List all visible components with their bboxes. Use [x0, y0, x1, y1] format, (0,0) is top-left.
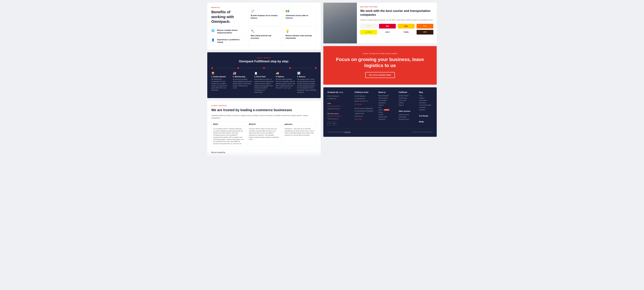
footer-fc-addr3: docks 2-10 and 70-72 [354, 100, 375, 102]
focus-tag: START SAVING ON YOUR FULFILLMENT [327, 53, 433, 54]
footer-link-warehousing[interactable]: Warehousing [399, 97, 416, 99]
delivery-tag: DELIVERY OPTIONS [360, 6, 433, 8]
footer-fc-addr1: 05-830 Nadarzyn [354, 95, 375, 97]
svg-rect-7 [341, 32, 347, 42]
hiw-step-2: 📋 3. Pick & Pack After receiving an orde… [254, 72, 274, 93]
footer-fc-addr5: ul. Szczecińska 65 (Panattoni [354, 110, 375, 112]
footer-fc-see-map-1[interactable]: See a map [354, 103, 375, 105]
footer-link-goods-inbound[interactable]: Goods Inbound [399, 95, 416, 97]
benefit-card-text-0: W pełni skupiasz się na rozwoju biznesu [251, 14, 279, 19]
delivery-section: DELIVERY OPTIONS We work with the best c… [323, 3, 437, 43]
footer-link-faq[interactable]: FAQ [378, 107, 395, 108]
delivery-content: DELIVERY OPTIONS We work with the best c… [357, 3, 437, 43]
footer-link-client-success[interactable]: Client Success [378, 97, 395, 99]
footer-link-omnipack[interactable]: Omnipack [419, 107, 433, 108]
hiw-step-icon-4: ↩️ [297, 72, 317, 75]
footer-sales-label: Sales [327, 102, 351, 105]
footer-agency-link[interactable]: Webskillar [344, 131, 350, 133]
footer-link-pick-pack[interactable]: Pick & Pack [399, 100, 416, 101]
footer-link-integrations[interactable]: Integrations [378, 102, 395, 104]
footer-support-email[interactable]: support@omnipack.io [327, 115, 351, 117]
footer-section: Omnipack Sp. z o.o. 00-844 Warszawa ul. … [323, 87, 437, 137]
courier-person-image [323, 3, 357, 43]
hiw-step-desc-2: After receiving an order, we collect war… [254, 78, 274, 93]
footer-sales-phone: +48 22 XXX XX XX [327, 108, 351, 110]
footer-company-name: Omnipack Sp. z o.o. [327, 91, 351, 93]
footer-link-delivery[interactable]: Delivery [399, 102, 416, 104]
hiw-dot-4 [289, 67, 291, 69]
footer-link-returns[interactable]: Returns [399, 104, 416, 106]
footer-link-privacy[interactable]: Privacy Policy [378, 116, 395, 118]
hiw-dot-3 [263, 67, 265, 69]
carrier-suus: SUUS [416, 24, 433, 28]
footer-fc-see-map-2[interactable]: See a map [354, 118, 375, 120]
hiw-step-num-1: 2. Warehousing [233, 76, 252, 78]
footer-link-cross-border[interactable]: Cross-border sales [419, 104, 433, 106]
footer-link-ecommerce[interactable]: eCommerce [419, 100, 433, 101]
facebook-icon[interactable]: f [327, 122, 331, 125]
footer-other-title: Other services [399, 110, 416, 112]
footer-link-impressum[interactable]: Impressum [378, 118, 395, 120]
hiw-step-icon-1: 🏭 [233, 72, 252, 75]
hiw-steps: 📦 1. Goods inbound We organize the trans… [211, 72, 317, 93]
footer-freebooks-title: Free Books [419, 115, 433, 117]
benefit-card-icon-3: 💡 [286, 29, 314, 33]
cs-desc: Integracja platformy Shopify z systemem … [211, 114, 317, 119]
footer-support-label: Merchant support [327, 112, 351, 115]
benefit-card-text-1: Zamieniasz koszty stałe na zmienne [286, 14, 314, 19]
svg-rect-4 [328, 19, 334, 31]
right-column: DELIVERY OPTIONS We work with the best c… [323, 3, 437, 157]
footer-fc-addr7: docks 45-48 [354, 115, 375, 117]
benefit-item-rotation: 👤 Zapominasz o problemie z rotacją [211, 36, 245, 46]
hiw-dot-2 [237, 67, 239, 69]
delivery-image [323, 3, 357, 43]
footer-link-sell-globally[interactable]: Sell globally [399, 116, 416, 118]
footer-designed-by: Designed and developed by Webskillar [327, 131, 350, 133]
carrier-inpost: InPost [360, 24, 377, 28]
linkedin-icon[interactable]: in [332, 122, 336, 125]
footer-link-merchant-portal[interactable]: Merchant Portal [399, 118, 416, 120]
footer-link-benefits[interactable]: Your benefits [378, 100, 395, 101]
footer-col-about: About us Why Omnipack? Client Success Yo… [378, 91, 395, 125]
person-icon: 👤 [211, 38, 215, 42]
footer-link-news[interactable]: News [419, 95, 433, 97]
cs-quote-1: This year's Black Friday in Muscat went … [249, 128, 279, 141]
footer-link-merchants[interactable]: Merchants [419, 102, 433, 104]
carrier-grid: InPost dpd DHL SUUS LA POSTE ●GLS FedEx … [360, 24, 433, 34]
footer-fc-addr4: 66-400 Gorzów Wielkopolski [354, 107, 375, 110]
footer-link-logistics[interactable]: Logistics [419, 97, 433, 99]
hiw-step-num-4: 5. Returns [297, 76, 317, 78]
courier-svg [323, 3, 357, 43]
client-success-section: CLIENT SUCCESS We are trusted by leading… [207, 101, 321, 157]
footer-sales-email[interactable]: kontakt@omnipack.io [327, 105, 351, 107]
footer-link-why[interactable]: Why Omnipack? [378, 95, 395, 97]
carrier-gls: ●GLS [379, 30, 396, 34]
footer-col-fulfillment-center: Fulfillment center 05-830 Nadarzyn ul. K… [354, 91, 375, 125]
how-it-works-section: HOW IT WORKS? Omnipack Fulfillment step … [207, 52, 321, 98]
footer-link-contact[interactable]: Contact [378, 114, 395, 115]
benefit-card-3: 💡 Możesz wdrażać nowe pomysły natychmias… [283, 27, 317, 46]
benefit-card-icon-0: 📈 [251, 9, 279, 13]
footer-social: f in [327, 122, 351, 125]
focus-cta-button[interactable]: Get a free estimate today [365, 72, 394, 78]
benefit-card-1: 💵 Zamieniasz koszty stałe na zmienne [283, 7, 317, 25]
footer-link-partners[interactable]: Partners [378, 104, 395, 106]
hiw-dot-5 [315, 67, 317, 69]
cs-quote-2: Omnipack is... that works do to meet the… [284, 128, 315, 136]
hiw-step-desc-3: We ship products globally, thanks to coo… [276, 78, 295, 89]
svg-rect-6 [332, 32, 339, 42]
hiw-step-num-2: 3. Pick & Pack [254, 76, 274, 78]
footer-link-special-services[interactable]: Special services [399, 114, 416, 115]
cs-trusted-label: We are trusted by [211, 152, 317, 153]
svg-rect-3 [334, 18, 347, 33]
footer-col-fulfillment: Fulfillment Goods Inbound Warehousing Pi… [399, 91, 416, 125]
footer-link-career[interactable]: Career HIRING [378, 109, 395, 111]
hiw-step-4: ↩️ 5. Returns We manage returns. All the… [297, 72, 317, 93]
footer-company-address1: 00-844 Warszawa [327, 95, 351, 97]
footer-link-ceortent[interactable]: CEOrtent [419, 109, 433, 111]
hiw-step-num-3: 4. Delivery [276, 76, 295, 78]
footer-link-pricing[interactable]: Pricing [378, 111, 395, 113]
benefit-text-rotation: Zapominasz o problemie z rotacją [217, 38, 245, 43]
hiw-step-desc-0: We organize the transportation for your … [211, 78, 231, 91]
hiw-step-icon-3: 🚚 [276, 72, 295, 75]
